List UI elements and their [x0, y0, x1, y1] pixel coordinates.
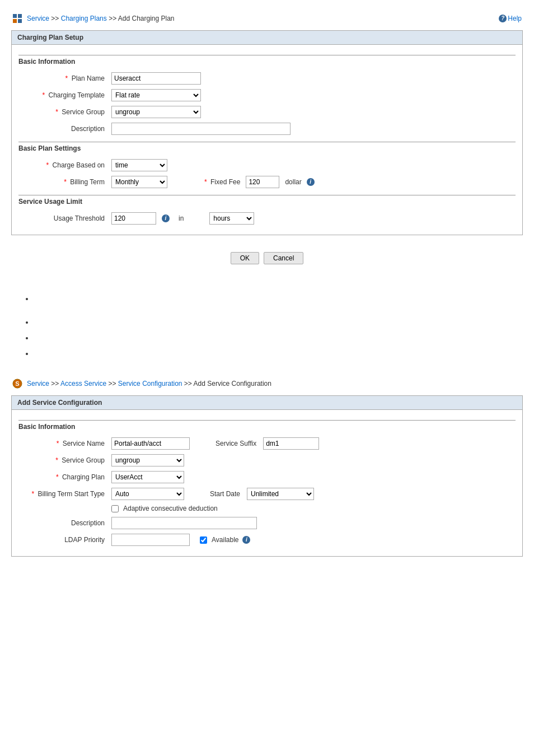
charging-template-row: * Charging Template Flat rate	[18, 87, 516, 104]
panel2-form-table: * Service Name Service Suffix * Service …	[18, 435, 516, 548]
service-name-row: * Service Name Service Suffix	[18, 435, 516, 452]
service-group2-label: * Service Group	[18, 452, 108, 469]
service-group-row: * Service Group ungroup	[18, 104, 516, 120]
service-group-select[interactable]: ungroup	[111, 106, 201, 118]
service-name-input[interactable]	[111, 437, 190, 450]
help-icon: ?	[499, 15, 507, 22]
plan-name-label: * Plan Name	[18, 70, 108, 87]
bullet-item-2	[34, 318, 512, 326]
panel1-button-row: OK Cancel	[11, 252, 523, 264]
breadcrumb1: Service >> Charging Plans >> Add Chargin…	[12, 13, 175, 24]
fixed-fee-input[interactable]	[246, 176, 279, 188]
panel1-title: Charging Plan Setup	[12, 31, 522, 45]
plan-name-row: * Plan Name	[18, 70, 516, 87]
billing-term-label: * Billing Term	[18, 174, 108, 190]
charge-based-on-label: * Charge Based on	[18, 157, 108, 174]
panel1-body: Basic Information * Plan Name * Charging…	[12, 45, 522, 235]
usage-threshold-row: Usage Threshold i in hours	[18, 210, 516, 227]
adaptive-deduction-checkbox[interactable]	[111, 505, 119, 512]
basic-info-table: * Plan Name * Charging Template Flat rat…	[18, 70, 516, 137]
charge-based-on-row: * Charge Based on time	[18, 157, 516, 174]
charging-template-select[interactable]: Flat rate	[111, 89, 201, 101]
help-link[interactable]: ? Help	[497, 15, 522, 22]
fixed-fee-label: Fixed Fee	[210, 178, 240, 186]
cancel-button[interactable]: Cancel	[264, 252, 303, 264]
billing-term-start-type-label: * Billing Term Start Type	[18, 486, 108, 502]
service-usage-limit-table: Usage Threshold i in hours	[18, 210, 516, 227]
available-label-container[interactable]: Available i	[200, 536, 250, 544]
basic-info-section-header: Basic Information	[18, 55, 516, 66]
usage-threshold-in-label: in	[179, 214, 184, 222]
breadcrumb2-current: Add Service Configuration	[194, 380, 271, 388]
bullet-item-4	[34, 349, 512, 357]
panel2-header: S Service >> Access Service >> Service C…	[11, 376, 523, 391]
charging-template-label: * Charging Template	[18, 87, 108, 104]
breadcrumb1-text: Service >> Charging Plans >> Add Chargin…	[27, 15, 175, 22]
service-group2-row: * Service Group ungroup	[18, 452, 516, 469]
usage-threshold-label: Usage Threshold	[18, 210, 108, 227]
breadcrumb2-service-link[interactable]: Service	[27, 380, 49, 388]
basic-plan-settings-header: Basic Plan Settings	[18, 142, 516, 152]
add-service-config-panel: Add Service Configuration Basic Informat…	[11, 395, 523, 557]
description-input[interactable]	[111, 123, 291, 135]
adaptive-deduction-label[interactable]: Adaptive consecutive deduction	[111, 505, 512, 512]
service-group-label: * Service Group	[18, 104, 108, 120]
plan-name-required: *	[65, 74, 68, 82]
usage-threshold-input[interactable]	[111, 212, 156, 225]
grid-icon	[12, 13, 22, 24]
help-label: Help	[508, 15, 522, 22]
grid-icon2: S	[12, 379, 22, 389]
breadcrumb2: S Service >> Access Service >> Service C…	[12, 379, 271, 389]
start-date-label: Start Date	[210, 490, 240, 498]
breadcrumb-service-link[interactable]: Service	[27, 15, 49, 22]
charging-plan-label: * Charging Plan	[18, 469, 108, 486]
svg-rect-3	[18, 19, 22, 23]
service-suffix-label: Service Suffix	[216, 440, 256, 447]
breadcrumb2-service-config-link[interactable]: Service Configuration	[118, 380, 182, 388]
panel2-basic-info-header: Basic Information	[18, 420, 516, 431]
bullet-item-3	[34, 334, 512, 342]
service-usage-limit-header: Service Usage Limit	[18, 195, 516, 206]
svg-rect-2	[13, 19, 17, 23]
ldap-priority-row: LDAP Priority Available i	[18, 531, 516, 548]
ldap-priority-label: LDAP Priority	[18, 531, 108, 548]
bullet-item-1	[34, 295, 512, 302]
basic-plan-settings-table: * Charge Based on time * Billing Term	[18, 157, 516, 190]
usage-threshold-info-icon[interactable]: i	[162, 214, 170, 222]
service-group2-select[interactable]: ungroup	[111, 454, 184, 466]
available-label: Available	[212, 536, 238, 544]
svg-text:S: S	[15, 380, 19, 387]
usage-unit-select[interactable]: hours	[209, 212, 254, 225]
description-row: Description	[18, 120, 516, 137]
breadcrumb2-text: Service >> Access Service >> Service Con…	[27, 380, 271, 388]
service-suffix-input[interactable]	[263, 437, 319, 450]
description-label: Description	[18, 120, 108, 137]
ldap-priority-input[interactable]	[111, 534, 190, 546]
description2-input[interactable]	[111, 517, 257, 529]
charging-plan-setup-panel: Charging Plan Setup Basic Information * …	[11, 30, 523, 235]
charge-based-on-select[interactable]: time	[111, 159, 167, 171]
svg-rect-1	[18, 14, 22, 18]
fixed-fee-info-icon[interactable]: i	[307, 178, 315, 186]
start-date-select[interactable]: Unlimited	[247, 488, 314, 500]
billing-term-select[interactable]: Monthly	[111, 176, 167, 188]
plan-name-input[interactable]	[111, 72, 201, 85]
available-checkbox[interactable]	[200, 536, 207, 544]
breadcrumb-charging-plans-link[interactable]: Charging Plans	[61, 15, 107, 22]
breadcrumb2-access-link[interactable]: Access Service	[60, 380, 106, 388]
svg-rect-0	[13, 14, 17, 18]
charging-plan-select[interactable]: UserAcct	[111, 471, 184, 483]
billing-term-row: * Billing Term Monthly * Fixed Fee dolla…	[18, 174, 516, 190]
panel2-body: Basic Information * Service Name Service…	[12, 410, 522, 556]
bullet-list-section	[11, 281, 523, 371]
fixed-fee-unit: dollar	[285, 178, 301, 186]
ok-button[interactable]: OK	[231, 252, 259, 264]
panel1-header: Service >> Charging Plans >> Add Chargin…	[11, 11, 523, 26]
available-info-icon[interactable]: i	[242, 536, 250, 544]
description2-row: Description	[18, 515, 516, 531]
description2-label: Description	[18, 515, 108, 531]
service-name-label: * Service Name	[18, 435, 108, 452]
breadcrumb-current: Add Charging Plan	[118, 15, 175, 22]
billing-term-start-type-select[interactable]: Auto	[111, 488, 184, 500]
bullet-list	[22, 295, 512, 357]
